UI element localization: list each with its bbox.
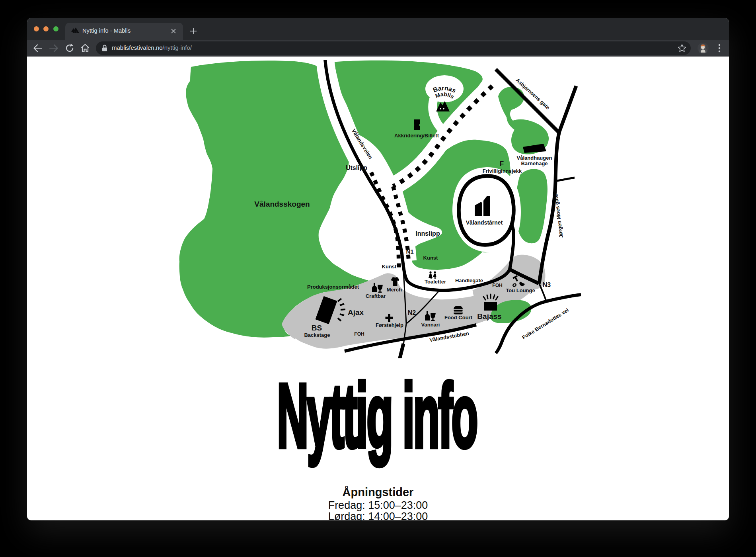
svg-text:Produksjonsormådet: Produksjonsormådet [307,284,359,290]
svg-text:Førstehjelp: Førstehjelp [376,322,403,328]
svg-text:Vålandsskogen: Vålandsskogen [254,200,310,208]
svg-text:Utslipp: Utslipp [346,164,367,171]
svg-text:FOH: FOH [354,331,364,337]
svg-text:Nyttig info: Nyttig info [277,375,477,466]
svg-text:Backstage: Backstage [304,332,330,338]
svg-text:N1: N1 [406,248,413,255]
svg-text:N3: N3 [543,281,551,288]
svg-text:Tou Lounge: Tou Lounge [506,287,535,293]
svg-text:Craftbar: Craftbar [366,293,386,299]
svg-text:Kunst: Kunst [382,264,397,270]
svg-text:F: F [500,160,504,168]
svg-text:Kunst: Kunst [423,255,438,261]
svg-text:Bajass: Bajass [477,312,501,321]
svg-text:Jørgen Moes gate: Jørgen Moes gate [553,194,564,238]
svg-text:Vålandstårnet: Vålandstårnet [466,219,503,226]
svg-text:Barnehage: Barnehage [521,160,548,166]
svg-text:Frivilliginnsjekk: Frivilliginnsjekk [483,168,522,174]
svg-text:Vannari: Vannari [421,322,440,328]
svg-text:BS: BS [312,324,322,332]
svg-text:Innslipp: Innslipp [415,230,440,237]
svg-text:Toaletter: Toaletter [425,279,446,285]
svg-text:Vålandhaugen: Vålandhaugen [517,155,552,161]
svg-text:Ajax: Ajax [348,308,364,317]
svg-text:Akkridering/Billett: Akkridering/Billett [394,133,439,139]
svg-text:Handlegate: Handlegate [455,278,483,283]
svg-text:Food Court: Food Court [444,315,473,321]
svg-text:FOH: FOH [492,283,502,288]
svg-text:N2: N2 [408,309,416,316]
svg-text:Merch: Merch [387,287,402,293]
